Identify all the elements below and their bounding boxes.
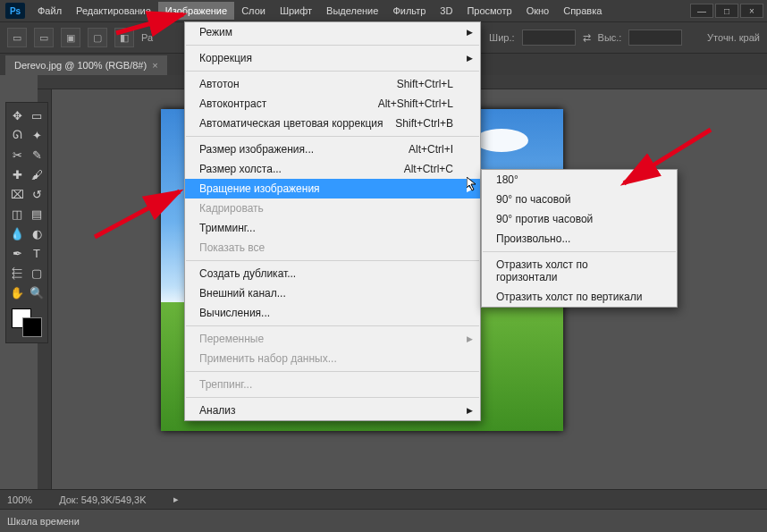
image-menu-item-8[interactable]: Размер изображения...Alt+Ctrl+I (185, 139, 480, 159)
image-menu-item-10[interactable]: Вращение изображения▶ (185, 179, 480, 198)
menu-item-label: 90° по часовой (496, 193, 570, 206)
color-swatches[interactable] (8, 307, 46, 339)
tool-eraser[interactable]: ◫ (8, 205, 26, 223)
tool-shape[interactable]: ▢ (28, 264, 46, 282)
menu-item-label: Автотон (199, 78, 240, 90)
tool-stamp[interactable]: ⌧ (8, 185, 26, 203)
image-menu-item-6[interactable]: Автоматическая цветовая коррекцияShift+C… (185, 114, 480, 133)
close-button[interactable]: × (740, 4, 763, 18)
menu-справка[interactable]: Справка (556, 2, 609, 20)
swap-wh-icon[interactable]: ⇄ (583, 32, 591, 44)
tool-wand[interactable]: ✦ (28, 126, 46, 144)
image-menu-item-17[interactable]: Вычисления... (185, 303, 480, 323)
image-menu-item-24[interactable]: Анализ▶ (185, 401, 480, 420)
close-icon[interactable]: × (152, 60, 157, 71)
rotate-submenu-item-5[interactable]: Отразить холст по горизонтали (482, 255, 677, 287)
image-menu-separator (186, 397, 479, 398)
refine-edge-button[interactable]: Уточн. край (707, 32, 760, 43)
menu-item-label: Показать все (199, 241, 265, 254)
menu-item-label: Применить набор данных... (199, 352, 337, 365)
tool-dodge[interactable]: ◐ (28, 224, 46, 242)
rotate-submenu-item-0[interactable]: 180° (482, 170, 677, 190)
selection-subtract-icon[interactable]: ▢ (88, 28, 107, 47)
image-menu-item-9[interactable]: Размер холста...Alt+Ctrl+C (185, 159, 480, 179)
tool-gradient[interactable]: ▤ (28, 205, 46, 223)
menu-item-shortcut: Alt+Ctrl+C (404, 163, 453, 175)
menu-item-shortcut: Alt+Shift+Ctrl+L (378, 97, 453, 110)
rotate-submenu-item-2[interactable]: 90° против часовой (482, 209, 677, 229)
menu-item-label: Треппинг... (199, 378, 252, 391)
menu-редактирование[interactable]: Редактирование (69, 2, 158, 20)
tool-marquee[interactable]: ▭ (28, 106, 46, 124)
rotate-submenu-item-6[interactable]: Отразить холст по вертикали (482, 287, 677, 307)
tool-zoom[interactable]: 🔍 (28, 283, 46, 301)
tool-eyedropper[interactable]: ✎ (28, 146, 46, 164)
image-menu-item-2[interactable]: Коррекция▶ (185, 48, 480, 68)
menu-фильтр[interactable]: Фильтр (385, 2, 433, 20)
selection-new-icon[interactable]: ▭ (34, 28, 54, 47)
rotate-submenu-separator (483, 251, 676, 252)
menu-выделение[interactable]: Выделение (319, 2, 385, 20)
image-menu-separator (186, 71, 479, 72)
menu-item-label: Режим (199, 26, 232, 38)
menu-3d[interactable]: 3D (433, 2, 459, 20)
image-menu-item-11: Кадрировать (185, 198, 480, 218)
rotate-submenu-item-3[interactable]: Произвольно... (482, 229, 677, 249)
status-arrow-icon[interactable]: ▸ (173, 494, 179, 505)
image-menu-item-0[interactable]: Режим▶ (185, 22, 480, 42)
tool-brush[interactable]: 🖌 (28, 165, 46, 183)
tool-move[interactable]: ✥ (8, 106, 26, 124)
menu-шрифт[interactable]: Шрифт (273, 2, 319, 20)
background-swatch[interactable] (22, 317, 42, 337)
tool-hand[interactable]: ✋ (8, 283, 26, 301)
app-logo: Ps (5, 3, 25, 19)
tool-blur[interactable]: 💧 (8, 224, 26, 242)
menu-item-label: 180° (496, 173, 518, 186)
doc-size: Док: 549,3K/549,3K (59, 494, 146, 505)
tool-heal[interactable]: ✚ (8, 165, 26, 183)
tool-type[interactable]: T (28, 244, 46, 262)
height-label: Выс.: (598, 32, 622, 43)
image-menu-item-16[interactable]: Внешний канал... (185, 283, 480, 303)
image-menu-item-19: Переменные▶ (185, 329, 480, 349)
height-input[interactable] (628, 30, 682, 46)
tool-lasso[interactable]: ᘏ (8, 126, 26, 144)
image-menu-item-5[interactable]: АвтоконтрастAlt+Shift+Ctrl+L (185, 94, 480, 114)
tool-path[interactable]: ⬱ (8, 264, 26, 282)
tool-history[interactable]: ↺ (28, 185, 46, 203)
menu-изображение[interactable]: Изображение (158, 2, 234, 20)
menu-item-label: Вращение изображения (199, 182, 320, 195)
feather-label: Ра (141, 32, 153, 43)
menu-файл[interactable]: Файл (30, 2, 69, 20)
menu-item-label: Внешний канал... (199, 287, 286, 300)
image-menu-item-12[interactable]: Тримминг... (185, 218, 480, 238)
menu-item-label: Переменные (199, 333, 264, 345)
tool-pen[interactable]: ✒ (8, 244, 26, 262)
menu-item-label: Кадрировать (199, 202, 264, 215)
active-tool-preview[interactable]: ▭ (7, 28, 27, 47)
menu-item-label: Тримминг... (199, 222, 256, 234)
document-tab[interactable]: Derevo.jpg @ 100% (RGB/8#) × (5, 55, 167, 75)
menu-слои[interactable]: Слои (234, 2, 273, 20)
menu-окно[interactable]: Окно (519, 2, 557, 20)
submenu-arrow-icon: ▶ (467, 406, 473, 415)
menu-item-label: Вычисления... (199, 307, 270, 319)
image-menu-separator (186, 45, 479, 46)
maximize-button[interactable]: □ (715, 4, 738, 18)
menu-item-shortcut: Alt+Ctrl+I (409, 143, 453, 156)
menu-просмотр[interactable]: Просмотр (459, 2, 518, 20)
menu-item-shortcut: Shift+Ctrl+L (397, 78, 453, 90)
image-menu-item-4[interactable]: АвтотонShift+Ctrl+L (185, 74, 480, 94)
menu-item-label: 90° против часовой (496, 213, 593, 225)
selection-add-icon[interactable]: ▣ (61, 28, 80, 47)
status-bar: 100% Док: 549,3K/549,3K ▸ (0, 489, 767, 509)
width-input[interactable] (522, 30, 576, 46)
minimize-button[interactable]: — (690, 4, 713, 18)
selection-intersect-icon[interactable]: ◧ (114, 28, 134, 47)
zoom-value[interactable]: 100% (7, 494, 32, 505)
tool-crop[interactable]: ✂ (8, 146, 26, 164)
image-menu-item-15[interactable]: Создать дубликат... (185, 264, 480, 283)
rotate-submenu-item-1[interactable]: 90° по часовой (482, 190, 677, 209)
submenu-arrow-icon: ▶ (467, 334, 473, 343)
timeline-panel[interactable]: Шкала времени (0, 509, 767, 532)
